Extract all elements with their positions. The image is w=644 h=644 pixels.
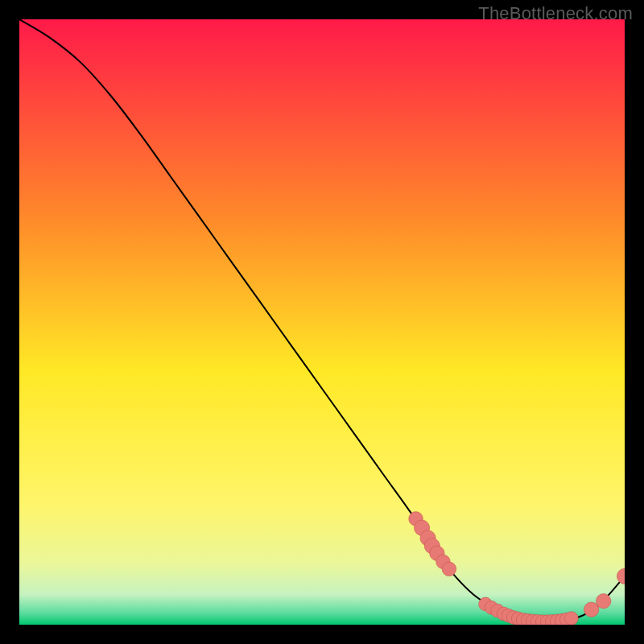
chart-frame: TheBottleneck.com (0, 0, 644, 644)
gradient-background (19, 19, 625, 625)
data-marker (584, 602, 598, 617)
data-marker (564, 612, 578, 625)
bottleneck-chart (19, 19, 625, 625)
data-marker (442, 562, 456, 576)
plot-area (19, 19, 625, 625)
data-marker (596, 593, 610, 608)
